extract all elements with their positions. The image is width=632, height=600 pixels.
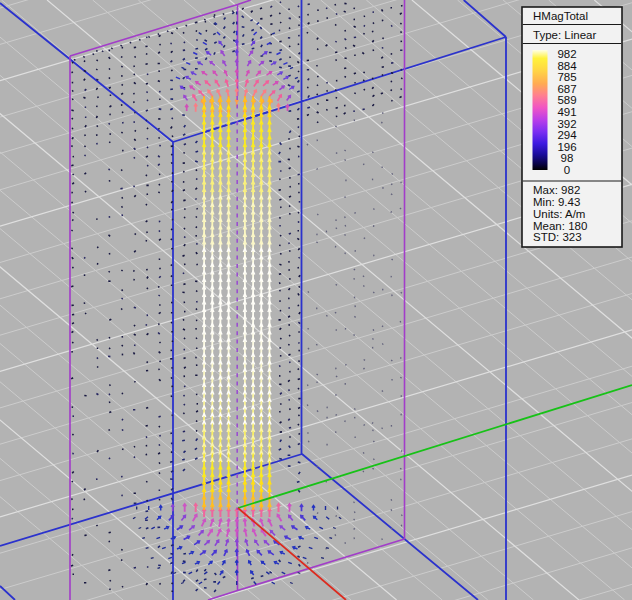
svg-text:Type: Linear: Type: Linear	[533, 29, 596, 41]
svg-text:Mean: 180: Mean: 180	[533, 220, 587, 232]
svg-text:98: 98	[561, 152, 574, 164]
svg-text:982: 982	[557, 48, 576, 60]
svg-text:Units: A/m: Units: A/m	[533, 208, 585, 220]
svg-text:294: 294	[557, 129, 577, 141]
svg-text:589: 589	[557, 94, 576, 106]
svg-text:884: 884	[557, 60, 577, 72]
svg-text:392: 392	[557, 118, 576, 130]
svg-text:Max: 982: Max: 982	[533, 184, 580, 196]
svg-text:Min: 9.43: Min: 9.43	[533, 196, 580, 208]
svg-text:785: 785	[557, 71, 576, 83]
svg-text:STD: 323: STD: 323	[533, 231, 582, 243]
svg-text:HMagTotal: HMagTotal	[533, 10, 588, 22]
svg-text:196: 196	[557, 141, 576, 153]
svg-text:687: 687	[557, 83, 576, 95]
svg-text:491: 491	[557, 106, 576, 118]
svg-text:0: 0	[564, 164, 570, 176]
